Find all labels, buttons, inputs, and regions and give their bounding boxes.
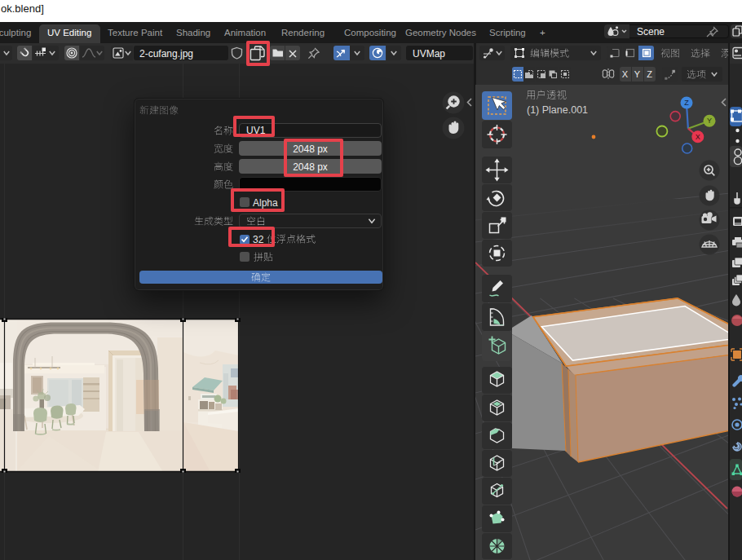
svg-text:Y: Y xyxy=(707,117,712,125)
svg-text:X: X xyxy=(696,133,700,141)
svg-text:Z: Z xyxy=(684,99,689,107)
